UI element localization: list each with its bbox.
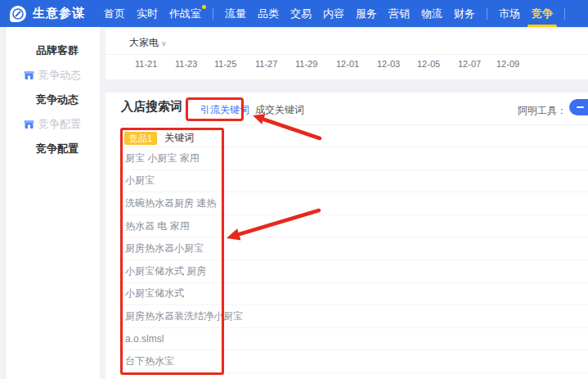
competitor-badge: 竞品1: [124, 132, 157, 145]
date-tick: 12-01: [336, 59, 359, 69]
shop-icon: [24, 120, 34, 129]
nav-item-category[interactable]: 品类: [252, 0, 285, 27]
keyword-row[interactable]: 小厨宝: [121, 170, 588, 193]
toggle-dash-icon: [577, 106, 584, 108]
nav-item-market[interactable]: 市场: [493, 0, 526, 27]
date-tick: 11-23: [175, 59, 197, 69]
keyword-row[interactable]: 热水器 电 家用: [121, 215, 588, 238]
nav-item-traffic[interactable]: 流量: [219, 0, 252, 27]
keyword-row[interactable]: 台下热水宝: [121, 350, 588, 373]
tool-label: 阿明工具：: [518, 104, 567, 118]
nav-item-trade[interactable]: 交易: [285, 0, 317, 27]
keyword-row[interactable]: 小厨宝储水式: [121, 283, 588, 306]
nav-items: 首页 实时 作战室 流量 品类 交易 内容 服务 营销 物流 财务 市场 竞争: [98, 0, 571, 27]
column-header: 关键词: [164, 131, 194, 145]
keyword-row[interactable]: 厨房热水器装洗结净小厨宝: [121, 305, 588, 328]
sidebar-item-competition-config[interactable]: 竞争配置: [6, 137, 100, 161]
tool-toggle[interactable]: [569, 99, 588, 115]
sidebar-item-competition-dynamics-link[interactable]: 竞争动态: [6, 63, 100, 88]
nav-item-warroom[interactable]: 作战室: [164, 0, 207, 27]
divider: [105, 54, 588, 55]
shop-icon: [24, 70, 34, 80]
date-tick: 12-05: [417, 59, 440, 69]
brand-name: 生意参谋: [33, 6, 85, 21]
active-tab-underline: [527, 25, 557, 27]
section-title: 入店搜索词: [121, 99, 182, 115]
tab-deal-keywords[interactable]: 成交关键词: [255, 103, 304, 117]
top-nav: 生意参谋 首页 实时 作战室 流量 品类 交易 内容 服务 营销 物流 财务 市…: [0, 0, 588, 27]
divider: [121, 124, 588, 125]
chevron-down-icon: ∨: [161, 39, 167, 47]
category-dropdown[interactable]: 大家电 ∨: [129, 36, 167, 50]
sycm-logo-icon: [10, 6, 26, 22]
keyword-row[interactable]: 厨房热水器小厨宝: [121, 237, 588, 260]
brand[interactable]: 生意参谋: [0, 6, 85, 22]
nav-item-finance[interactable]: 财务: [448, 0, 481, 27]
date-tick: 11-27: [255, 59, 277, 69]
date-tick: 11-25: [214, 59, 236, 69]
keyword-row[interactable]: 洗碗热水器厨房 速热: [121, 192, 588, 215]
tab-traffic-keywords[interactable]: 引流关键词: [200, 103, 249, 117]
sidebar: 品牌客群 竞争动态 竞争动态 竞争配置 竞争配置: [5, 27, 100, 379]
sidebar-item-competition-config-link[interactable]: 竞争配置: [6, 112, 100, 137]
nav-item-realtime[interactable]: 实时: [131, 0, 164, 27]
nav-item-competition[interactable]: 竞争: [526, 0, 559, 27]
date-tick: 12-03: [377, 59, 400, 69]
nav-item-service[interactable]: 服务: [350, 0, 383, 27]
date-tick: 11-21: [135, 59, 157, 69]
keyword-row[interactable]: a.o.slmsl: [121, 328, 588, 351]
nav-item-content[interactable]: 内容: [317, 0, 350, 27]
nav-divider: [487, 8, 487, 20]
date-tick: 12-07: [458, 59, 481, 69]
chart-card: 大家电 ∨ 11-21 11-23 11-25 11-27 11-29 12-0…: [105, 29, 588, 79]
keyword-table: 竞品1 关键词 厨宝 小厨宝 家用 小厨宝 洗碗热水器厨房 速热 热水器 电 家…: [121, 129, 588, 373]
sidebar-item-brand-audience[interactable]: 品牌客群: [6, 38, 100, 63]
notification-dot-icon: [202, 5, 206, 9]
date-tick: 11-29: [295, 59, 317, 69]
search-words-card: 入店搜索词 引流关键词 成交关键词 阿明工具： 竞品1 关键词 厨宝 小厨宝 家…: [105, 92, 588, 379]
nav-divider: [213, 8, 213, 20]
nav-item-logistics[interactable]: 物流: [415, 0, 448, 27]
nav-divider: [564, 8, 565, 20]
sidebar-item-competition-dynamics[interactable]: 竞争动态: [6, 88, 100, 112]
date-tick: 12-09: [496, 59, 519, 69]
keyword-row[interactable]: 厨宝 小厨宝 家用: [121, 147, 588, 170]
keyword-table-header: 竞品1 关键词: [121, 129, 588, 147]
app-window: 生意参谋 首页 实时 作战室 流量 品类 交易 内容 服务 营销 物流 财务 市…: [0, 0, 588, 379]
nav-item-marketing[interactable]: 营销: [383, 0, 415, 27]
tab-active-underline: [192, 120, 238, 121]
nav-item-home[interactable]: 首页: [98, 0, 131, 27]
keyword-row[interactable]: 小厨宝储水式 厨房: [121, 260, 588, 283]
